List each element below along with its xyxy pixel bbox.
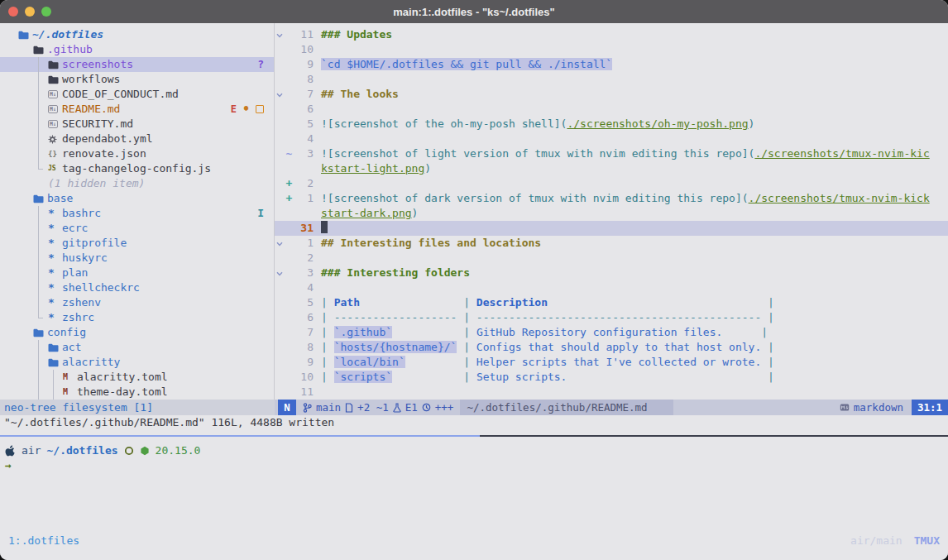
editor-line[interactable]: 4 <box>275 280 948 295</box>
fold-column <box>275 176 285 191</box>
tree-item[interactable]: Mtheme-day.toml <box>0 385 274 400</box>
line-number: 7 <box>294 325 321 340</box>
tree-item[interactable]: (1 hidden item) <box>0 176 274 191</box>
line-number: 8 <box>294 340 321 355</box>
tree-item[interactable]: *gitprofile <box>0 236 274 251</box>
tree-item-label: base <box>47 191 73 206</box>
editor-line[interactable]: 3### Interesting folders <box>275 266 948 280</box>
tree-item-label: act <box>62 340 81 355</box>
tree-item[interactable]: {}renovate.json <box>0 146 274 161</box>
editor-line[interactable]: 9| `local/bin` | Helper scripts that I'v… <box>275 355 948 370</box>
status-badge: ? <box>257 57 264 72</box>
editor-line[interactable]: 11### Updates <box>275 27 948 42</box>
editor-line[interactable]: ~3![screenshot of light version of tmux … <box>275 146 948 161</box>
tree-item[interactable]: base <box>0 191 274 206</box>
tree-item[interactable]: *bashrcI <box>0 206 274 221</box>
editor-line[interactable]: 4 <box>275 132 948 146</box>
tmux-window-tab[interactable]: 1:.dotfiles <box>8 534 79 548</box>
close-button[interactable] <box>8 7 18 17</box>
editor-line[interactable]: start-dark.png) <box>275 206 948 221</box>
tree-item[interactable]: *shellcheckrc <box>0 280 274 295</box>
fold-column <box>275 340 285 355</box>
syntax-run: | <box>768 296 774 309</box>
git-sign <box>285 310 294 325</box>
dotfile-icon: * <box>48 295 62 310</box>
fold-open-icon[interactable] <box>275 236 285 251</box>
tree-item[interactable]: workflows <box>0 72 274 87</box>
tree-item[interactable]: *zshenv <box>0 295 274 310</box>
fold-open-icon[interactable] <box>275 266 285 280</box>
tree-item[interactable]: M↓CODE_OF_CONDUCT.md <box>0 87 274 102</box>
line-number: 9 <box>294 57 321 72</box>
editor-line[interactable]: 7| `.github` | GitHub Repository configu… <box>275 325 948 340</box>
editor-line[interactable]: 8| `hosts/{hostname}/` | Configs that sh… <box>275 340 948 355</box>
fold-open-icon[interactable] <box>275 87 285 102</box>
tmux-pane-separator[interactable] <box>0 435 948 437</box>
tree-item[interactable]: Malacritty.toml <box>0 370 274 385</box>
titlebar[interactable]: main:1:.dotfiles - "ks~/.dotfiles" <box>0 0 948 23</box>
editor-line[interactable]: 10| `scripts` | Setup scripts. | <box>275 370 948 385</box>
editor-line[interactable]: 2 <box>275 251 948 266</box>
git-sign <box>285 280 294 295</box>
file-path[interactable]: ~/.dotfiles/.github/README.md <box>460 400 673 415</box>
tree-item[interactable]: alacritty <box>0 355 274 370</box>
fold-open-icon[interactable] <box>275 27 285 42</box>
editor-line[interactable]: +2 <box>275 176 948 191</box>
editor-line[interactable]: +1![screenshot of dark version of tmux w… <box>275 191 948 206</box>
git-sign <box>285 340 294 355</box>
tree-item[interactable]: ~/.dotfiles <box>0 27 274 42</box>
git-sign <box>285 370 294 385</box>
tree-item-label: ~/.dotfiles <box>32 27 103 42</box>
editor-line[interactable]: 6| ------------------- | ---------------… <box>275 310 948 325</box>
editor-line[interactable]: kstart-light.png) <box>275 161 948 176</box>
editor-line[interactable]: 6 <box>275 102 948 117</box>
tmux-session-name: air/main <box>850 534 903 548</box>
line-number <box>294 161 321 176</box>
editor-line[interactable]: 7## The looks <box>275 87 948 102</box>
editor-line[interactable]: 11 <box>275 385 948 400</box>
syntax-run <box>392 326 457 338</box>
editor-line[interactable]: 31 <box>275 221 948 236</box>
tree-item-label: bashrc <box>62 206 101 221</box>
tree-item-label: CODE_OF_CONDUCT.md <box>62 87 179 102</box>
tree-item[interactable]: config <box>0 325 274 340</box>
editor-line[interactable]: 5| Path | Description | <box>275 295 948 310</box>
syntax-run: ![screenshot of dark version of tmux wit… <box>321 192 749 204</box>
tree-item[interactable]: screenshots? <box>0 57 274 72</box>
editor-line[interactable]: 10 <box>275 42 948 57</box>
fold-column <box>275 57 285 72</box>
filetype-label[interactable]: markdown <box>854 401 903 414</box>
tree-item[interactable]: M↓SECURITY.md <box>0 117 274 132</box>
syntax-run: Setup scripts. <box>476 371 761 383</box>
tree-item[interactable]: *huskyrc <box>0 251 274 266</box>
neo-tree-panel[interactable]: ~/.dotfiles.githubscreenshots?workflowsM… <box>0 23 275 400</box>
syntax-run: ) <box>412 207 419 219</box>
branch-name[interactable]: main <box>316 401 341 414</box>
file-tree: ~/.dotfiles.githubscreenshots?workflowsM… <box>0 27 274 400</box>
minimize-button[interactable] <box>25 7 35 17</box>
tree-item[interactable]: .github <box>0 42 274 57</box>
tree-item[interactable]: M↓README.mdE• <box>0 102 274 117</box>
indent-guide-corner <box>38 318 43 318</box>
editor-pane[interactable]: 11### Updates109`cd $HOME/.dotfiles && g… <box>275 23 948 400</box>
tree-item[interactable]: *ecrc <box>0 221 274 236</box>
editor-line[interactable]: 1## Interesting files and locations <box>275 236 948 251</box>
zoom-button[interactable] <box>41 7 51 17</box>
fold-column <box>275 206 285 221</box>
line-text: `cd $HOME/.dotfiles && git pull && ./ins… <box>321 57 948 72</box>
syntax-run: ## Interesting files and locations <box>321 237 541 249</box>
editor-line[interactable]: 8 <box>275 72 948 87</box>
folder-icon <box>48 75 62 84</box>
editor-line[interactable]: 5![screenshot of the oh-my-posh shell](.… <box>275 117 948 132</box>
syntax-run: start-dark.png <box>321 207 412 219</box>
tree-item[interactable]: act <box>0 340 274 355</box>
syntax-run: | ------------------- | ----------------… <box>321 311 774 323</box>
line-number: 5 <box>294 295 321 310</box>
git-sign <box>285 266 294 280</box>
tree-item[interactable]: *plan <box>0 266 274 280</box>
git-sign <box>285 355 294 370</box>
tree-item[interactable]: dependabot.yml <box>0 132 274 146</box>
editor-line[interactable]: 9`cd $HOME/.dotfiles && git pull && ./in… <box>275 57 948 72</box>
syntax-run: ./screenshots/oh-my-posh.png <box>567 117 748 130</box>
diagnostics-count[interactable]: E1 <box>405 401 418 414</box>
